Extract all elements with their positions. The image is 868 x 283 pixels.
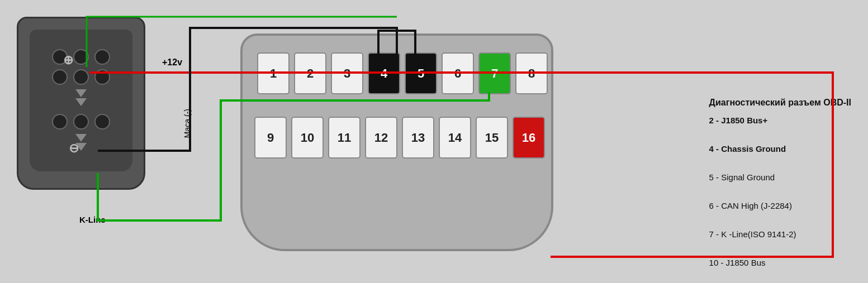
plus-symbol: ⊕ — [63, 53, 73, 68]
legend-item-7: 7 - K -Line(ISO 9141-2) — [709, 227, 851, 242]
obd-connector: 1 2 3 4 5 6 7 8 9 10 11 12 13 14 15 16 — [240, 33, 553, 251]
minus-symbol: ⊖ — [69, 141, 79, 156]
obd-pin-12: 12 — [365, 117, 397, 159]
legend-item-4: 4 - Chassis Ground — [709, 142, 851, 156]
obd-pin-13: 13 — [402, 117, 434, 159]
obd-pin-6: 6 — [442, 52, 474, 94]
obd-pin-11: 11 — [328, 117, 361, 159]
legend-title: Диагностический разъем OBD-II — [709, 95, 851, 110]
obd-pin-14: 14 — [439, 117, 471, 159]
obd-pin-1: 1 — [257, 52, 290, 94]
legend-item-2: 2 - J1850 Bus+ — [709, 113, 851, 128]
obd-pin-10: 10 — [291, 117, 324, 159]
label-kline: K-Line — [79, 215, 106, 224]
obd-pin-5: 5 — [405, 52, 437, 94]
legend-item-6: 6 - CAN High (J-2284) — [709, 199, 851, 213]
label-masa: Маса (-) — [183, 109, 192, 138]
pin-holes — [38, 49, 124, 152]
obd-pins-top-row: 1 2 3 4 5 6 7 8 — [243, 36, 551, 94]
obd-pin-8: 8 — [515, 52, 548, 94]
obd-pin-2: 2 — [294, 52, 326, 94]
legend: Диагностический разъем OBD-II 2 - J1850 … — [709, 95, 851, 283]
connector-photo: ⊕ ⊖ — [17, 17, 145, 190]
legend-item-10: 10 - J1850 Bus — [709, 256, 851, 270]
obd-pin-16: 16 — [513, 117, 545, 159]
connector-inner — [30, 30, 132, 171]
obd-pin-15: 15 — [476, 117, 508, 159]
obd-pin-9: 9 — [254, 117, 287, 159]
obd-pin-7: 7 — [478, 52, 511, 94]
label-12v: +12v — [162, 57, 182, 68]
obd-pins-bottom-row: 9 10 11 12 13 14 15 16 — [243, 94, 551, 159]
obd-pin-3: 3 — [331, 52, 363, 94]
obd-pin-4: 4 — [368, 52, 400, 94]
legend-item-5: 5 - Signal Ground — [709, 170, 851, 185]
